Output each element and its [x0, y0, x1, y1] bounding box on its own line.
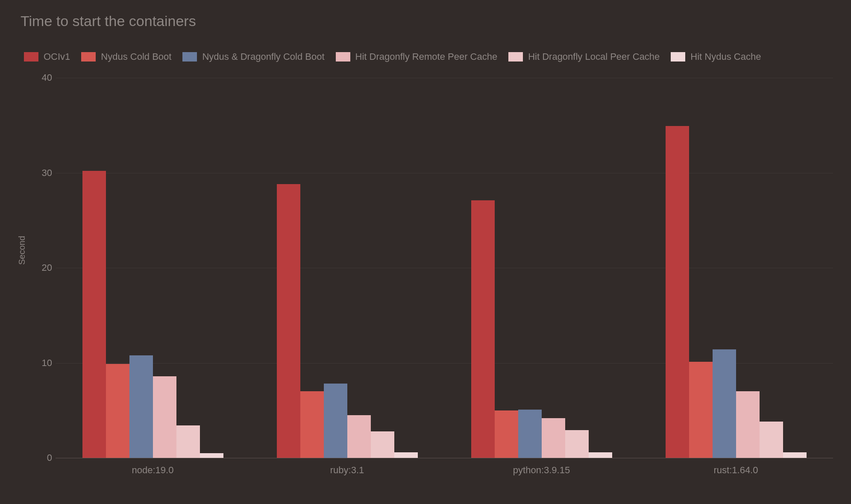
bar[interactable] [589, 452, 612, 458]
chart-title: Time to start the containers [21, 13, 196, 29]
legend-item[interactable]: Hit Dragonfly Local Peer Cache [508, 51, 660, 62]
bar[interactable] [176, 425, 200, 458]
bars [82, 78, 223, 458]
bar[interactable] [542, 418, 565, 458]
bars [666, 78, 807, 458]
legend-label: Hit Dragonfly Local Peer Cache [528, 51, 660, 62]
y-tick-label: 10 [26, 357, 52, 369]
bars [277, 78, 418, 458]
bar[interactable] [666, 126, 689, 458]
bar[interactable] [689, 362, 713, 458]
legend-swatch [671, 52, 685, 62]
legend-swatch [336, 52, 350, 62]
legend-item[interactable]: Hit Nydus Cache [671, 51, 761, 62]
y-tick-label: 20 [26, 262, 52, 273]
legend-item[interactable]: Nydus Cold Boot [81, 51, 171, 62]
y-tick-label: 0 [26, 452, 52, 463]
x-tick-label: rust:1.64.0 [639, 458, 833, 476]
x-tick-label: ruby:3.1 [250, 458, 444, 476]
bar[interactable] [471, 200, 495, 458]
legend-swatch [81, 52, 96, 62]
bar[interactable] [153, 376, 176, 458]
legend-label: Hit Dragonfly Remote Peer Cache [355, 51, 498, 62]
y-tick-label: 30 [26, 167, 52, 179]
bar[interactable] [129, 355, 153, 458]
bar[interactable] [347, 415, 371, 458]
bar[interactable] [713, 349, 736, 458]
bar[interactable] [565, 430, 589, 458]
bar[interactable] [82, 171, 106, 458]
bar[interactable] [200, 453, 223, 458]
bar-group: node:19.0 [56, 78, 250, 458]
y-tick-label: 40 [26, 72, 52, 83]
x-tick-label: node:19.0 [56, 458, 250, 476]
bar[interactable] [518, 410, 542, 458]
legend-item[interactable]: Nydus & Dragonfly Cold Boot [182, 51, 324, 62]
chart-container: Time to start the containers OCIv1Nydus … [0, 0, 851, 504]
bar[interactable] [324, 384, 347, 458]
bar[interactable] [371, 431, 394, 458]
bars [471, 78, 612, 458]
bar[interactable] [106, 364, 129, 458]
legend-swatch [24, 52, 38, 62]
legend-item[interactable]: Hit Dragonfly Remote Peer Cache [336, 51, 498, 62]
bar-group: rust:1.64.0 [639, 78, 833, 458]
legend-label: Nydus & Dragonfly Cold Boot [202, 51, 324, 62]
bar[interactable] [760, 422, 783, 458]
plot-area: node:19.0ruby:3.1python:3.9.15rust:1.64.… [56, 78, 833, 458]
legend: OCIv1Nydus Cold BootNydus & Dragonfly Co… [24, 51, 761, 62]
legend-label: OCIv1 [44, 51, 70, 62]
legend-swatch [182, 52, 197, 62]
bar[interactable] [495, 410, 518, 458]
legend-swatch [508, 52, 523, 62]
bar[interactable] [277, 184, 300, 458]
legend-label: Nydus Cold Boot [101, 51, 171, 62]
legend-item[interactable]: OCIv1 [24, 51, 70, 62]
bar[interactable] [300, 391, 324, 458]
bar-group: ruby:3.1 [250, 78, 444, 458]
y-axis-label: Second [17, 236, 27, 265]
bar[interactable] [783, 452, 807, 458]
bar-group: python:3.9.15 [444, 78, 639, 458]
x-tick-label: python:3.9.15 [444, 458, 639, 476]
legend-label: Hit Nydus Cache [690, 51, 761, 62]
bar[interactable] [394, 452, 418, 458]
bar[interactable] [736, 391, 760, 458]
